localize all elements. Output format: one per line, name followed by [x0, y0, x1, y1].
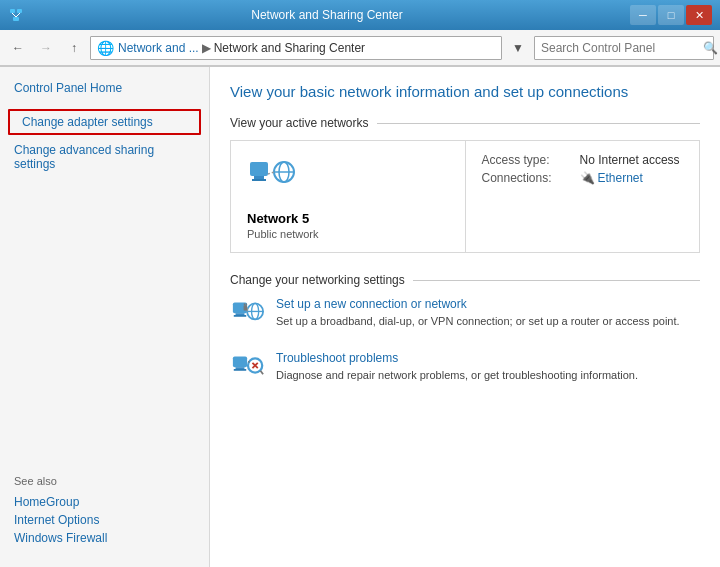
address-bar: ← → ↑ 🌐 Network and ... ▶ Network and Sh…: [0, 30, 720, 66]
access-type-value: No Internet access: [580, 153, 680, 167]
sidebar-item-windows-firewall[interactable]: Windows Firewall: [14, 529, 195, 547]
settings-item-2: Troubleshoot problems Diagnose and repai…: [230, 351, 700, 387]
settings-text-1: Set up a new connection or network Set u…: [276, 297, 700, 329]
see-also-title: See also: [14, 475, 195, 487]
sidebar-item-internet-options[interactable]: Internet Options: [14, 511, 195, 529]
window-icon: [8, 7, 24, 23]
content-area: View your basic network information and …: [210, 67, 720, 567]
access-type-label: Access type:: [482, 153, 572, 167]
sidebar: Control Panel Home Change adapter settin…: [0, 67, 210, 567]
path-icon: 🌐: [97, 40, 114, 56]
svg-rect-7: [252, 179, 266, 181]
svg-rect-14: [234, 315, 246, 317]
settings-item-1: Set up a new connection or network Set u…: [230, 297, 700, 333]
network-name: Network 5: [247, 211, 449, 226]
network-icon: [247, 153, 297, 203]
address-dropdown-button[interactable]: ▼: [506, 36, 530, 60]
troubleshoot-desc: Diagnose and repair network problems, or…: [276, 369, 638, 381]
svg-rect-24: [234, 369, 246, 371]
maximize-button[interactable]: □: [658, 5, 684, 25]
path-part-1: Network and ...: [118, 41, 199, 55]
window-title: Network and Sharing Center: [24, 8, 630, 22]
network-info-left: Network 5 Public network: [231, 141, 466, 252]
svg-rect-0: [10, 9, 15, 13]
see-also-section: See also HomeGroup Internet Options Wind…: [0, 465, 209, 557]
new-connection-desc: Set up a broadband, dial-up, or VPN conn…: [276, 315, 680, 327]
settings-header: Change your networking settings: [230, 273, 700, 287]
connections-row: Connections: 🔌 Ethernet: [482, 171, 684, 185]
svg-line-11: [268, 172, 274, 174]
ethernet-icon: 🔌: [580, 171, 595, 185]
network-type: Public network: [247, 228, 449, 240]
main-container: Control Panel Home Change adapter settin…: [0, 66, 720, 567]
network-info-right: Access type: No Internet access Connecti…: [466, 141, 700, 252]
new-connection-link[interactable]: Set up a new connection or network: [276, 297, 700, 311]
active-networks-header: View your active networks: [230, 116, 700, 130]
new-connection-icon: [230, 297, 266, 333]
search-input[interactable]: [535, 41, 697, 55]
sidebar-item-change-adapter[interactable]: Change adapter settings: [8, 109, 201, 135]
search-icon[interactable]: 🔍: [697, 41, 720, 55]
sidebar-item-control-panel-home[interactable]: Control Panel Home: [0, 77, 209, 99]
svg-rect-2: [13, 17, 19, 21]
search-box: 🔍: [534, 36, 714, 60]
svg-rect-23: [236, 367, 245, 369]
sidebar-item-homegroup[interactable]: HomeGroup: [14, 493, 195, 511]
path-part-2: Network and Sharing Center: [214, 41, 365, 55]
address-path: 🌐 Network and ... ▶ Network and Sharing …: [90, 36, 502, 60]
svg-rect-1: [17, 9, 22, 13]
minimize-button[interactable]: ─: [630, 5, 656, 25]
connections-value[interactable]: 🔌 Ethernet: [580, 171, 643, 185]
svg-rect-22: [233, 357, 247, 368]
svg-line-4: [16, 13, 20, 17]
svg-rect-6: [254, 176, 264, 179]
sidebar-item-change-advanced-sharing[interactable]: Change advanced sharing settings: [0, 139, 209, 175]
network-box: Network 5 Public network Access type: No…: [230, 140, 700, 253]
up-button[interactable]: ↑: [62, 36, 86, 60]
page-title: View your basic network information and …: [230, 83, 700, 100]
path-separator: ▶: [202, 41, 211, 55]
close-button[interactable]: ✕: [686, 5, 712, 25]
title-bar-left: [8, 7, 24, 23]
access-type-row: Access type: No Internet access: [482, 153, 684, 167]
svg-line-26: [260, 371, 263, 375]
svg-rect-13: [236, 313, 245, 315]
title-bar: Network and Sharing Center ─ □ ✕: [0, 0, 720, 30]
back-button[interactable]: ←: [6, 36, 30, 60]
troubleshoot-icon: [230, 351, 266, 387]
svg-rect-19: [244, 305, 248, 310]
troubleshoot-link[interactable]: Troubleshoot problems: [276, 351, 700, 365]
svg-rect-5: [250, 162, 268, 176]
connections-label: Connections:: [482, 171, 572, 185]
settings-list: Set up a new connection or network Set u…: [230, 297, 700, 387]
title-controls: ─ □ ✕: [630, 5, 712, 25]
svg-line-3: [12, 13, 16, 17]
forward-button[interactable]: →: [34, 36, 58, 60]
settings-text-2: Troubleshoot problems Diagnose and repai…: [276, 351, 700, 383]
